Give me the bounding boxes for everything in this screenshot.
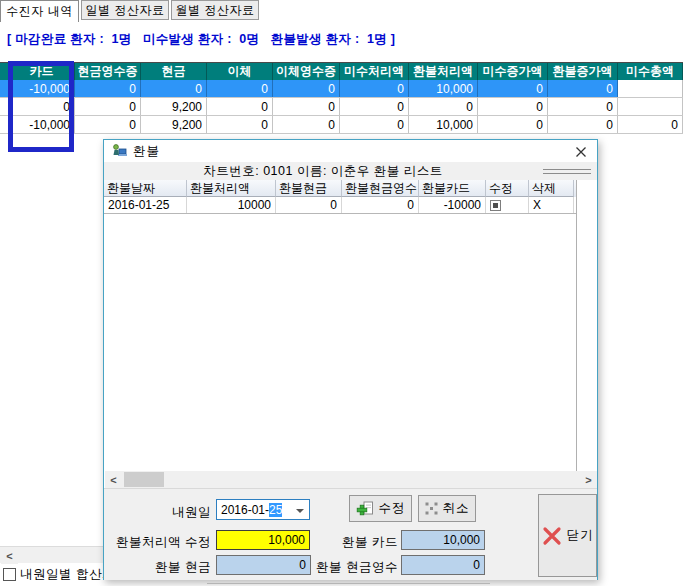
close-button[interactable]: 닫기	[538, 494, 597, 577]
table-cell: 0	[273, 116, 340, 133]
chevron-down-icon	[296, 509, 304, 513]
table-cell: 0	[548, 80, 618, 97]
table-cell: 0	[340, 80, 409, 97]
table-cell: 0	[141, 80, 207, 97]
table-cell: 0	[9, 98, 75, 115]
main-header-cell[interactable]: 미수처리액	[340, 63, 409, 80]
close-button-label: 닫기	[567, 527, 594, 544]
refund-card-label: 환불 카드	[334, 534, 398, 551]
refund-grid-header-cell[interactable]: 환불현금	[276, 180, 342, 197]
table-cell	[0, 98, 9, 115]
dialog-close-icon[interactable]	[572, 143, 590, 160]
main-header-cell[interactable]: 카드	[9, 63, 75, 80]
table-cell: -10,000	[9, 80, 75, 97]
main-header-cell[interactable]: 이체	[207, 63, 273, 80]
refund-grid-cell: -10000	[419, 197, 486, 213]
refund-grid-header-cell[interactable]: 수정	[486, 180, 529, 197]
table-cell: 0	[75, 98, 141, 115]
main-header-cell[interactable]: 미수증가액	[478, 63, 548, 80]
refund-dialog: 환불 차트번호: 0101 이름: 이춘우 환불 리스트 환불날짜환불처리액환불…	[103, 139, 598, 580]
visit-date-selected-text: 25	[269, 503, 282, 517]
table-cell: 0	[273, 80, 340, 97]
refund-edit-form: 내원일 2016-01-25 수정 취소	[104, 488, 597, 580]
groupbox-border-line	[207, 583, 490, 584]
main-header-cell[interactable]: 이체영수증	[273, 63, 340, 80]
table-cell: 0	[478, 98, 548, 115]
refund-grid-header-cell[interactable]: 환불날짜	[104, 180, 187, 197]
main-header-cell[interactable]: 현금영수증	[75, 63, 141, 80]
refund-grid-header-cell[interactable]: 삭제	[529, 180, 574, 197]
table-cell: 0	[548, 116, 618, 133]
table-cell: 0	[340, 116, 409, 133]
refund-amount-label: 환불처리액 수정	[112, 534, 211, 551]
main-table-header: 카드현금영수증현금이체이체영수증미수처리액환불처리액미수증가액환불증가액미수총액	[0, 63, 683, 80]
table-cell	[0, 116, 9, 133]
refund-dialog-title: 환불	[133, 143, 160, 160]
refund-grid-cell: 0	[276, 197, 342, 213]
modify-button-label: 수정	[379, 500, 406, 517]
refund-card-input[interactable]: 10,000	[401, 530, 485, 550]
table-row[interactable]: -10,0000000010,00000	[0, 80, 683, 98]
tab-patient-details[interactable]: 수진자 내역	[0, 0, 79, 22]
refund-cash-receipt-label: 환불 현금영수	[314, 559, 398, 576]
table-cell	[0, 80, 9, 97]
table-cell: 10,000	[409, 116, 478, 133]
table-cell	[618, 98, 683, 115]
refund-list-header: 차트번호: 0101 이름: 이춘우 환불 리스트	[104, 162, 597, 180]
visit-date-dropdown[interactable]: 2016-01-25	[216, 499, 310, 520]
modify-row-icon[interactable]	[486, 197, 529, 213]
modify-button[interactable]: 수정	[349, 495, 412, 522]
main-header-cell[interactable]: 현금	[141, 63, 207, 80]
refund-cash-input[interactable]: 0	[216, 555, 311, 575]
patient-status-summary: [ 마감완료 환자 : 1명 미수발생 환자 : 0명 환불발생 환자 : 1명…	[7, 31, 395, 48]
settlement-summary-table: 카드현금영수증현금이체이체영수증미수처리액환불처리액미수증가액환불증가액미수총액…	[0, 62, 683, 134]
table-cell: 0	[409, 98, 478, 115]
refund-grid-header-cell[interactable]: 환불처리액	[187, 180, 276, 197]
scrollbar-thumb[interactable]	[124, 472, 164, 487]
daily-sum-checkbox[interactable]	[3, 568, 16, 581]
refund-grid-row[interactable]: 2016-01-251000000-10000X	[104, 197, 576, 214]
refund-grid-header-cell[interactable]: 환불현금영수	[342, 180, 419, 197]
refund-grid-scrollbar[interactable]: < >	[105, 471, 597, 488]
refund-grid-cell: 10000	[187, 197, 276, 213]
table-cell: 9,200	[141, 116, 207, 133]
main-header-cell[interactable]: 미수총액	[618, 63, 683, 80]
table-cell: 0	[478, 116, 548, 133]
refund-grid-header-cell[interactable]: 환불카드	[419, 180, 486, 197]
table-row[interactable]: -10,00009,20000010,000000	[0, 116, 683, 134]
table-cell: 0	[273, 98, 340, 115]
main-header-cell[interactable]	[0, 63, 9, 80]
refund-grid-cell: 0	[342, 197, 419, 213]
splitter-handle[interactable]	[543, 169, 591, 174]
refund-dialog-icon	[111, 143, 127, 159]
table-cell: 0	[548, 98, 618, 115]
cancel-button-label: 취소	[443, 500, 470, 517]
cancel-button[interactable]: 취소	[418, 495, 476, 522]
table-cell: 0	[340, 98, 409, 115]
table-cell: 0	[478, 80, 548, 97]
close-x-icon	[542, 526, 562, 546]
main-header-cell[interactable]: 환불처리액	[409, 63, 478, 80]
delete-row-button[interactable]: X	[529, 197, 574, 213]
visit-date-value: 2016-01-	[221, 503, 269, 517]
scroll-left-icon[interactable]: <	[105, 471, 122, 488]
scroll-left-icon[interactable]: <	[1, 547, 18, 564]
table-cell: 0	[207, 80, 273, 97]
table-cell: 10,000	[409, 80, 478, 97]
table-cell: 0	[75, 116, 141, 133]
refund-amount-input[interactable]: 10,000	[216, 530, 310, 550]
scroll-right-icon[interactable]: >	[580, 471, 597, 488]
refund-dialog-titlebar[interactable]: 환불	[104, 140, 597, 162]
add-page-icon	[356, 501, 374, 517]
refund-grid-header: 환불날짜환불처리액환불현금환불현금영수환불카드수정삭제	[104, 180, 576, 197]
table-row[interactable]: 009,200000000	[0, 98, 683, 116]
refund-grid: 환불날짜환불처리액환불현금환불현금영수환불카드수정삭제2016-01-25100…	[104, 180, 577, 471]
refund-cash-label: 환불 현금	[144, 559, 211, 576]
main-horizontal-scrollbar[interactable]: <	[0, 546, 112, 563]
refund-cash-receipt-input[interactable]: 0	[401, 555, 485, 575]
tab-daily-settlement[interactable]: 일별 정산자료	[81, 0, 169, 20]
table-cell: 0	[207, 98, 273, 115]
main-header-cell[interactable]: 환불증가액	[548, 63, 618, 80]
tab-bar: 수진자 내역 일별 정산자료 월별 정산자료	[0, 0, 683, 23]
tab-monthly-settlement[interactable]: 월별 정산자료	[171, 0, 259, 20]
